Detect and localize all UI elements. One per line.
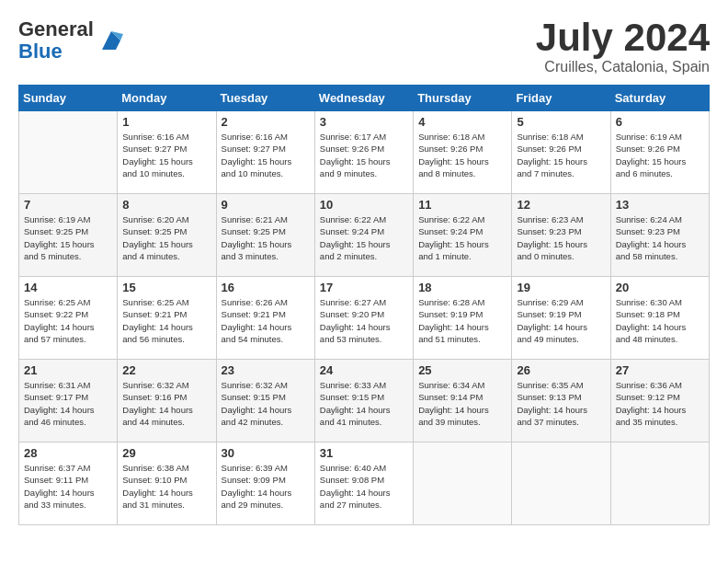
day-of-week-header: Monday [118, 86, 216, 111]
day-number: 10 [320, 198, 408, 212]
day-number: 29 [122, 446, 210, 460]
day-number: 17 [320, 281, 408, 294]
calendar-day-cell: 1Sunrise: 6:16 AM Sunset: 9:27 PM Daylig… [118, 111, 216, 194]
day-of-week-header: Thursday [414, 86, 512, 111]
day-info: Sunrise: 6:32 AM Sunset: 9:16 PM Dayligh… [122, 379, 210, 428]
calendar-day-cell: 14Sunrise: 6:25 AM Sunset: 9:22 PM Dayli… [19, 277, 118, 360]
calendar-day-cell: 4Sunrise: 6:18 AM Sunset: 9:26 PM Daylig… [414, 111, 512, 194]
calendar-day-cell: 28Sunrise: 6:37 AM Sunset: 9:11 PM Dayli… [19, 442, 118, 525]
day-info: Sunrise: 6:28 AM Sunset: 9:19 PM Dayligh… [418, 296, 506, 345]
logo-general: General [18, 18, 94, 40]
calendar-day-cell: 25Sunrise: 6:34 AM Sunset: 9:14 PM Dayli… [414, 360, 512, 442]
day-number: 15 [122, 281, 210, 294]
day-info: Sunrise: 6:40 AM Sunset: 9:08 PM Dayligh… [320, 462, 408, 511]
day-number: 14 [24, 281, 112, 294]
calendar-day-cell: 2Sunrise: 6:16 AM Sunset: 9:27 PM Daylig… [216, 111, 314, 194]
calendar-day-cell: 23Sunrise: 6:32 AM Sunset: 9:15 PM Dayli… [216, 360, 314, 442]
day-info: Sunrise: 6:39 AM Sunset: 9:09 PM Dayligh… [222, 462, 310, 511]
day-info: Sunrise: 6:31 AM Sunset: 9:17 PM Dayligh… [24, 379, 112, 428]
calendar-day-cell: 12Sunrise: 6:23 AM Sunset: 9:23 PM Dayli… [512, 194, 610, 277]
calendar-table: SundayMondayTuesdayWednesdayThursdayFrid… [18, 85, 710, 525]
day-info: Sunrise: 6:35 AM Sunset: 9:13 PM Dayligh… [517, 379, 605, 428]
day-of-week-header: Saturday [610, 86, 709, 111]
day-number: 6 [616, 115, 704, 129]
calendar-day-cell: 27Sunrise: 6:36 AM Sunset: 9:12 PM Dayli… [610, 360, 709, 442]
calendar-day-cell [512, 442, 610, 525]
logo-icon [97, 27, 125, 54]
day-number: 27 [616, 363, 704, 377]
day-number: 11 [418, 198, 506, 212]
day-info: Sunrise: 6:34 AM Sunset: 9:14 PM Dayligh… [418, 379, 506, 428]
day-number: 24 [320, 363, 408, 377]
calendar-week-row: 1Sunrise: 6:16 AM Sunset: 9:27 PM Daylig… [19, 111, 710, 194]
calendar-day-cell: 7Sunrise: 6:19 AM Sunset: 9:25 PM Daylig… [19, 194, 118, 277]
calendar-header-row: SundayMondayTuesdayWednesdayThursdayFrid… [19, 86, 710, 111]
day-info: Sunrise: 6:19 AM Sunset: 9:25 PM Dayligh… [24, 213, 112, 262]
calendar-day-cell [610, 442, 709, 525]
day-info: Sunrise: 6:24 AM Sunset: 9:23 PM Dayligh… [616, 213, 704, 262]
day-number: 7 [24, 198, 112, 212]
day-number: 25 [418, 363, 506, 377]
day-of-week-header: Sunday [19, 86, 118, 111]
calendar-day-cell: 26Sunrise: 6:35 AM Sunset: 9:13 PM Dayli… [512, 360, 610, 442]
day-number: 12 [517, 198, 605, 212]
day-info: Sunrise: 6:22 AM Sunset: 9:24 PM Dayligh… [320, 213, 408, 262]
day-number: 16 [222, 281, 310, 294]
day-info: Sunrise: 6:36 AM Sunset: 9:12 PM Dayligh… [616, 379, 704, 428]
calendar-week-row: 21Sunrise: 6:31 AM Sunset: 9:17 PM Dayli… [19, 360, 710, 442]
day-info: Sunrise: 6:29 AM Sunset: 9:19 PM Dayligh… [517, 296, 605, 345]
day-number: 21 [24, 363, 112, 377]
day-info: Sunrise: 6:21 AM Sunset: 9:25 PM Dayligh… [222, 213, 310, 262]
month-title: July 2024 [536, 18, 710, 57]
calendar-day-cell: 30Sunrise: 6:39 AM Sunset: 9:09 PM Dayli… [216, 442, 314, 525]
calendar-week-row: 14Sunrise: 6:25 AM Sunset: 9:22 PM Dayli… [19, 277, 710, 360]
day-info: Sunrise: 6:18 AM Sunset: 9:26 PM Dayligh… [517, 131, 605, 179]
day-info: Sunrise: 6:27 AM Sunset: 9:20 PM Dayligh… [320, 296, 408, 345]
day-info: Sunrise: 6:17 AM Sunset: 9:26 PM Dayligh… [320, 131, 408, 179]
day-number: 1 [122, 115, 210, 129]
calendar-day-cell: 13Sunrise: 6:24 AM Sunset: 9:23 PM Dayli… [610, 194, 709, 277]
calendar-day-cell: 6Sunrise: 6:19 AM Sunset: 9:26 PM Daylig… [610, 111, 709, 194]
calendar-day-cell: 29Sunrise: 6:38 AM Sunset: 9:10 PM Dayli… [118, 442, 216, 525]
location: Cruilles, Catalonia, Spain [536, 59, 710, 75]
day-number: 3 [320, 115, 408, 129]
calendar-week-row: 7Sunrise: 6:19 AM Sunset: 9:25 PM Daylig… [19, 194, 710, 277]
day-number: 19 [517, 281, 605, 294]
day-info: Sunrise: 6:32 AM Sunset: 9:15 PM Dayligh… [222, 379, 310, 428]
day-number: 23 [222, 363, 310, 377]
day-number: 30 [222, 446, 310, 460]
day-number: 8 [122, 198, 210, 212]
day-info: Sunrise: 6:38 AM Sunset: 9:10 PM Dayligh… [122, 462, 210, 511]
day-info: Sunrise: 6:19 AM Sunset: 9:26 PM Dayligh… [616, 131, 704, 179]
calendar-day-cell: 17Sunrise: 6:27 AM Sunset: 9:20 PM Dayli… [314, 277, 413, 360]
day-info: Sunrise: 6:23 AM Sunset: 9:23 PM Dayligh… [517, 213, 605, 262]
day-number: 31 [320, 446, 408, 460]
calendar-day-cell: 22Sunrise: 6:32 AM Sunset: 9:16 PM Dayli… [118, 360, 216, 442]
day-info: Sunrise: 6:37 AM Sunset: 9:11 PM Dayligh… [24, 462, 112, 511]
calendar-day-cell [414, 442, 512, 525]
page-header: General Blue July 2024 Cruilles, Catalon… [18, 18, 710, 75]
day-number: 26 [517, 363, 605, 377]
day-info: Sunrise: 6:16 AM Sunset: 9:27 PM Dayligh… [122, 131, 210, 179]
day-of-week-header: Friday [512, 86, 610, 111]
day-number: 20 [616, 281, 704, 294]
day-info: Sunrise: 6:30 AM Sunset: 9:18 PM Dayligh… [616, 296, 704, 345]
calendar-day-cell: 19Sunrise: 6:29 AM Sunset: 9:19 PM Dayli… [512, 277, 610, 360]
day-number: 4 [418, 115, 506, 129]
calendar-day-cell: 24Sunrise: 6:33 AM Sunset: 9:15 PM Dayli… [314, 360, 413, 442]
calendar-day-cell: 31Sunrise: 6:40 AM Sunset: 9:08 PM Dayli… [314, 442, 413, 525]
day-info: Sunrise: 6:20 AM Sunset: 9:25 PM Dayligh… [122, 213, 210, 262]
calendar-day-cell: 15Sunrise: 6:25 AM Sunset: 9:21 PM Dayli… [118, 277, 216, 360]
day-info: Sunrise: 6:33 AM Sunset: 9:15 PM Dayligh… [320, 379, 408, 428]
calendar-week-row: 28Sunrise: 6:37 AM Sunset: 9:11 PM Dayli… [19, 442, 710, 525]
calendar-day-cell: 3Sunrise: 6:17 AM Sunset: 9:26 PM Daylig… [314, 111, 413, 194]
day-of-week-header: Tuesday [216, 86, 314, 111]
day-number: 5 [517, 115, 605, 129]
day-info: Sunrise: 6:22 AM Sunset: 9:24 PM Dayligh… [418, 213, 506, 262]
calendar-day-cell: 20Sunrise: 6:30 AM Sunset: 9:18 PM Dayli… [610, 277, 709, 360]
day-number: 2 [222, 115, 310, 129]
day-number: 28 [24, 446, 112, 460]
calendar-day-cell [19, 111, 118, 194]
calendar-day-cell: 18Sunrise: 6:28 AM Sunset: 9:19 PM Dayli… [414, 277, 512, 360]
logo-blue: Blue [18, 40, 94, 63]
